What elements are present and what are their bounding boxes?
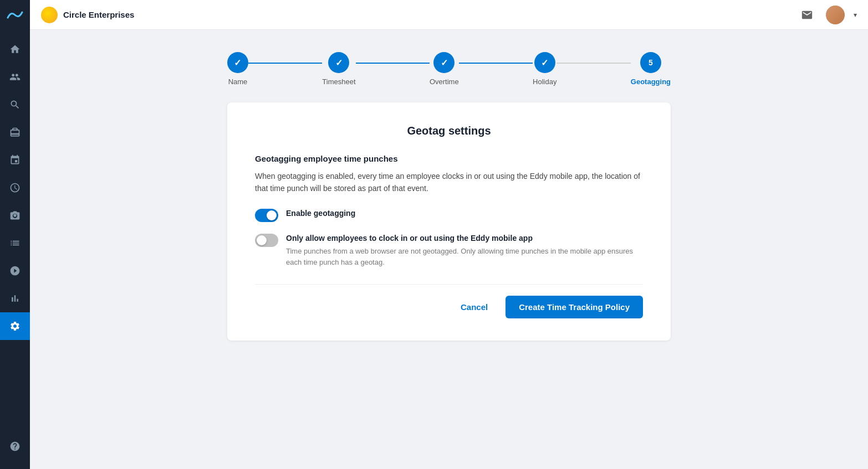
- step-overtime: Overtime: [430, 52, 459, 86]
- avatar[interactable]: [826, 6, 845, 24]
- step-geotagging: 5 Geotagging: [631, 52, 671, 86]
- topbar-actions: ▾: [797, 5, 857, 25]
- toggle1-thumb: [267, 210, 277, 220]
- sidebar-item-help[interactable]: [0, 432, 30, 460]
- connector-1-2: [248, 63, 322, 64]
- mail-icon[interactable]: [797, 5, 817, 25]
- sidebar-item-settings[interactable]: [0, 312, 30, 340]
- sidebar-bottom: [0, 432, 30, 469]
- sidebar-item-home[interactable]: [0, 35, 30, 63]
- toggle2-sublabel: Time punches from a web browser are not …: [286, 246, 643, 267]
- create-policy-button[interactable]: Create Time Tracking Policy: [506, 296, 643, 318]
- step-holiday: Holiday: [533, 52, 556, 86]
- main-area: Circle Enterprises ▾ Name Timesheet: [30, 0, 868, 469]
- brand-name: Circle Enterprises: [63, 10, 134, 19]
- topbar: Circle Enterprises ▾: [30, 0, 868, 30]
- sidebar-item-chart[interactable]: [0, 285, 30, 312]
- step-1-circle: [227, 52, 248, 73]
- step-timesheet: Timesheet: [322, 52, 355, 86]
- toggle1-text: Enable geotagging: [286, 208, 355, 219]
- step-2-circle: [328, 52, 349, 73]
- step-3-circle: [433, 52, 455, 73]
- sidebar-item-people[interactable]: [0, 63, 30, 91]
- step-2-label: Timesheet: [322, 78, 355, 86]
- sidebar-nav: [0, 30, 30, 432]
- enable-geotagging-row: Enable geotagging: [255, 208, 643, 222]
- topbar-brand: Circle Enterprises: [41, 7, 797, 23]
- stepper: Name Timesheet Overtime Holiday 5 Geotag…: [227, 52, 671, 86]
- sidebar-item-search[interactable]: [0, 91, 30, 118]
- toggle1-label: Enable geotagging: [286, 208, 355, 219]
- sidebar-item-palm[interactable]: [0, 146, 30, 174]
- mobile-only-row: Only allow employees to clock in or out …: [255, 233, 643, 268]
- toggle1-track[interactable]: [255, 209, 278, 222]
- step-name: Name: [227, 52, 248, 86]
- card-title: Geotag settings: [255, 125, 643, 137]
- cancel-button[interactable]: Cancel: [454, 298, 494, 316]
- sidebar-logo: [0, 0, 30, 30]
- section-description: When geotagging is enabled, every time a…: [255, 170, 643, 195]
- step-4-label: Holiday: [533, 78, 556, 86]
- toggle2-text: Only allow employees to clock in or out …: [286, 233, 643, 268]
- toggle2-track[interactable]: [255, 234, 278, 247]
- sidebar-item-list[interactable]: [0, 229, 30, 257]
- step-3-label: Overtime: [430, 78, 459, 86]
- connector-4-5: [556, 63, 630, 64]
- step-4-circle: [534, 52, 555, 73]
- sidebar-item-clock[interactable]: [0, 174, 30, 202]
- mobile-only-toggle[interactable]: [255, 234, 278, 247]
- sidebar: [0, 0, 30, 469]
- geotag-card: Geotag settings Geotagging employee time…: [227, 102, 671, 341]
- toggle2-thumb: [257, 235, 267, 245]
- user-menu-chevron[interactable]: ▾: [854, 11, 857, 19]
- sidebar-item-target[interactable]: [0, 257, 30, 285]
- step-5-circle: 5: [640, 52, 661, 73]
- sidebar-item-briefcase[interactable]: [0, 118, 30, 146]
- enable-geotagging-toggle[interactable]: [255, 209, 278, 222]
- card-actions: Cancel Create Time Tracking Policy: [255, 284, 643, 318]
- avatar-image: [826, 6, 845, 24]
- connector-2-3: [356, 63, 430, 64]
- section-title: Geotagging employee time punches: [255, 154, 643, 163]
- step-1-label: Name: [228, 78, 248, 86]
- toggle2-label: Only allow employees to clock in or out …: [286, 233, 643, 244]
- step-5-label: Geotagging: [631, 78, 671, 86]
- connector-3-4: [459, 63, 533, 64]
- sidebar-item-camera[interactable]: [0, 202, 30, 229]
- brand-logo: [41, 7, 58, 23]
- content-area: Name Timesheet Overtime Holiday 5 Geotag…: [30, 30, 868, 469]
